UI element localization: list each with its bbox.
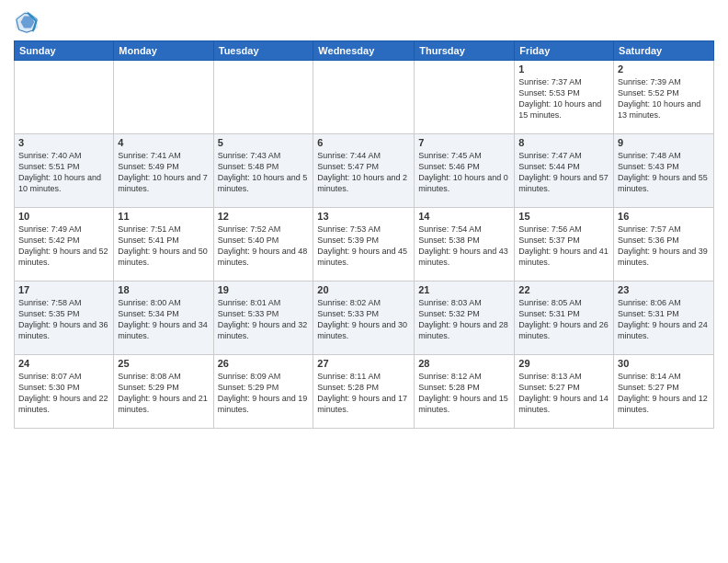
- calendar-cell: 20Sunrise: 8:02 AMSunset: 5:33 PMDayligh…: [313, 282, 415, 355]
- calendar-cell: [213, 61, 313, 134]
- day-info: Sunrise: 7:44 AMSunset: 5:47 PMDaylight:…: [317, 150, 410, 195]
- day-info: Sunrise: 8:01 AMSunset: 5:33 PMDaylight:…: [218, 297, 310, 342]
- day-info: Sunrise: 7:48 AMSunset: 5:43 PMDaylight:…: [618, 150, 710, 195]
- calendar-cell: 24Sunrise: 8:07 AMSunset: 5:30 PMDayligh…: [15, 355, 114, 429]
- calendar-cell: 14Sunrise: 7:54 AMSunset: 5:38 PMDayligh…: [415, 208, 515, 282]
- calendar-cell: 13Sunrise: 7:53 AMSunset: 5:39 PMDayligh…: [313, 208, 415, 282]
- day-number: 18: [118, 284, 209, 295]
- day-number: 29: [518, 358, 609, 369]
- calendar-cell: 1Sunrise: 7:37 AMSunset: 5:53 PMDaylight…: [515, 61, 614, 134]
- day-number: 16: [618, 211, 710, 222]
- logo: [14, 9, 43, 35]
- calendar-cell: 12Sunrise: 7:52 AMSunset: 5:40 PMDayligh…: [213, 208, 313, 282]
- day-info: Sunrise: 7:57 AMSunset: 5:36 PMDaylight:…: [618, 224, 710, 269]
- weekday-header-row: SundayMondayTuesdayWednesdayThursdayFrid…: [15, 41, 714, 61]
- calendar-cell: 4Sunrise: 7:41 AMSunset: 5:49 PMDaylight…: [114, 134, 213, 208]
- day-info: Sunrise: 8:06 AMSunset: 5:31 PMDaylight:…: [618, 297, 710, 342]
- calendar-cell: 30Sunrise: 8:14 AMSunset: 5:27 PMDayligh…: [614, 355, 714, 429]
- weekday-header: Tuesday: [213, 41, 313, 61]
- day-number: 26: [218, 358, 310, 369]
- weekday-header: Sunday: [15, 41, 114, 61]
- calendar-cell: 26Sunrise: 8:09 AMSunset: 5:29 PMDayligh…: [213, 355, 313, 429]
- weekday-header: Thursday: [415, 41, 515, 61]
- day-info: Sunrise: 8:11 AMSunset: 5:28 PMDaylight:…: [317, 371, 410, 416]
- day-number: 6: [317, 137, 410, 148]
- calendar-cell: 7Sunrise: 7:45 AMSunset: 5:46 PMDaylight…: [415, 134, 515, 208]
- day-info: Sunrise: 8:02 AMSunset: 5:33 PMDaylight:…: [317, 297, 410, 342]
- day-info: Sunrise: 8:05 AMSunset: 5:31 PMDaylight:…: [518, 297, 609, 342]
- calendar-table: SundayMondayTuesdayWednesdayThursdayFrid…: [14, 40, 714, 429]
- day-number: 17: [18, 284, 109, 295]
- day-info: Sunrise: 7:53 AMSunset: 5:39 PMDaylight:…: [317, 224, 410, 269]
- day-number: 19: [218, 284, 310, 295]
- header: [14, 9, 714, 35]
- logo-icon: [14, 9, 40, 35]
- calendar-cell: [415, 61, 515, 134]
- day-number: 8: [518, 137, 609, 148]
- calendar-cell: 28Sunrise: 8:12 AMSunset: 5:28 PMDayligh…: [415, 355, 515, 429]
- day-info: Sunrise: 7:37 AMSunset: 5:53 PMDaylight:…: [518, 76, 609, 121]
- day-number: 3: [18, 137, 109, 148]
- day-number: 25: [118, 358, 209, 369]
- calendar-cell: 6Sunrise: 7:44 AMSunset: 5:47 PMDaylight…: [313, 134, 415, 208]
- day-info: Sunrise: 7:52 AMSunset: 5:40 PMDaylight:…: [218, 224, 310, 269]
- calendar-week-row: 17Sunrise: 7:58 AMSunset: 5:35 PMDayligh…: [15, 282, 714, 355]
- day-info: Sunrise: 8:14 AMSunset: 5:27 PMDaylight:…: [618, 371, 710, 416]
- weekday-header: Monday: [114, 41, 213, 61]
- calendar-cell: 17Sunrise: 7:58 AMSunset: 5:35 PMDayligh…: [15, 282, 114, 355]
- day-number: 2: [618, 63, 710, 75]
- day-number: 20: [317, 284, 410, 295]
- day-number: 11: [118, 211, 209, 222]
- day-number: 4: [118, 137, 209, 148]
- calendar-cell: 21Sunrise: 8:03 AMSunset: 5:32 PMDayligh…: [415, 282, 515, 355]
- day-info: Sunrise: 7:51 AMSunset: 5:41 PMDaylight:…: [118, 224, 209, 269]
- calendar-cell: 25Sunrise: 8:08 AMSunset: 5:29 PMDayligh…: [114, 355, 213, 429]
- day-number: 14: [418, 211, 510, 222]
- day-info: Sunrise: 8:03 AMSunset: 5:32 PMDaylight:…: [418, 297, 510, 342]
- day-number: 27: [317, 358, 410, 369]
- day-info: Sunrise: 7:54 AMSunset: 5:38 PMDaylight:…: [418, 224, 510, 269]
- day-number: 10: [18, 211, 109, 222]
- calendar-cell: 16Sunrise: 7:57 AMSunset: 5:36 PMDayligh…: [614, 208, 714, 282]
- day-number: 30: [618, 358, 710, 369]
- day-info: Sunrise: 7:56 AMSunset: 5:37 PMDaylight:…: [518, 224, 609, 269]
- calendar-cell: [114, 61, 213, 134]
- calendar-cell: 10Sunrise: 7:49 AMSunset: 5:42 PMDayligh…: [15, 208, 114, 282]
- day-number: 1: [518, 63, 609, 75]
- day-number: 13: [317, 211, 410, 222]
- page: SundayMondayTuesdayWednesdayThursdayFrid…: [0, 0, 728, 563]
- calendar-week-row: 1Sunrise: 7:37 AMSunset: 5:53 PMDaylight…: [15, 61, 714, 134]
- calendar-cell: [313, 61, 415, 134]
- calendar-cell: [15, 61, 114, 134]
- day-info: Sunrise: 7:45 AMSunset: 5:46 PMDaylight:…: [418, 150, 510, 195]
- day-info: Sunrise: 7:58 AMSunset: 5:35 PMDaylight:…: [18, 297, 109, 342]
- calendar-cell: 5Sunrise: 7:43 AMSunset: 5:48 PMDaylight…: [213, 134, 313, 208]
- day-number: 28: [418, 358, 510, 369]
- calendar-week-row: 3Sunrise: 7:40 AMSunset: 5:51 PMDaylight…: [15, 134, 714, 208]
- day-number: 12: [218, 211, 310, 222]
- weekday-header: Friday: [515, 41, 614, 61]
- day-info: Sunrise: 8:12 AMSunset: 5:28 PMDaylight:…: [418, 371, 510, 416]
- calendar-cell: 3Sunrise: 7:40 AMSunset: 5:51 PMDaylight…: [15, 134, 114, 208]
- calendar-cell: 27Sunrise: 8:11 AMSunset: 5:28 PMDayligh…: [313, 355, 415, 429]
- day-info: Sunrise: 7:47 AMSunset: 5:44 PMDaylight:…: [518, 150, 609, 195]
- calendar-cell: 18Sunrise: 8:00 AMSunset: 5:34 PMDayligh…: [114, 282, 213, 355]
- calendar-cell: 2Sunrise: 7:39 AMSunset: 5:52 PMDaylight…: [614, 61, 714, 134]
- day-info: Sunrise: 7:40 AMSunset: 5:51 PMDaylight:…: [18, 150, 109, 195]
- day-number: 5: [218, 137, 310, 148]
- day-number: 24: [18, 358, 109, 369]
- calendar-cell: 11Sunrise: 7:51 AMSunset: 5:41 PMDayligh…: [114, 208, 213, 282]
- day-info: Sunrise: 8:13 AMSunset: 5:27 PMDaylight:…: [518, 371, 609, 416]
- day-number: 9: [618, 137, 710, 148]
- calendar-week-row: 24Sunrise: 8:07 AMSunset: 5:30 PMDayligh…: [15, 355, 714, 429]
- calendar-cell: 29Sunrise: 8:13 AMSunset: 5:27 PMDayligh…: [515, 355, 614, 429]
- weekday-header: Wednesday: [313, 41, 415, 61]
- calendar-week-row: 10Sunrise: 7:49 AMSunset: 5:42 PMDayligh…: [15, 208, 714, 282]
- day-number: 21: [418, 284, 510, 295]
- day-info: Sunrise: 8:07 AMSunset: 5:30 PMDaylight:…: [18, 371, 109, 416]
- day-number: 22: [518, 284, 609, 295]
- calendar-cell: 15Sunrise: 7:56 AMSunset: 5:37 PMDayligh…: [515, 208, 614, 282]
- day-info: Sunrise: 8:08 AMSunset: 5:29 PMDaylight:…: [118, 371, 209, 416]
- day-info: Sunrise: 7:49 AMSunset: 5:42 PMDaylight:…: [18, 224, 109, 269]
- calendar-cell: 22Sunrise: 8:05 AMSunset: 5:31 PMDayligh…: [515, 282, 614, 355]
